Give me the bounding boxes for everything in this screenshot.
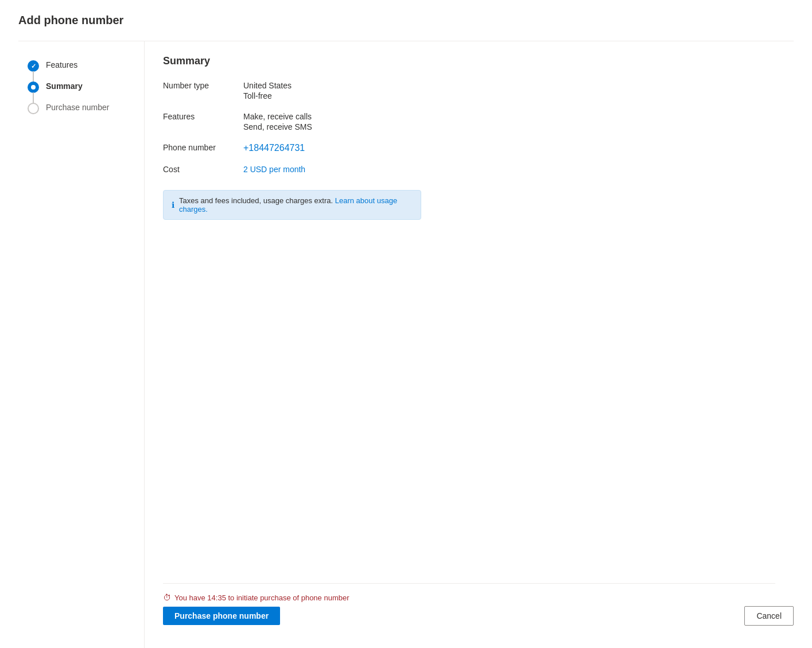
number-type-country: United States [243, 81, 292, 90]
cost-value: 2 USD per month [243, 165, 305, 174]
number-type-row: Number type United States Toll-free [163, 81, 507, 100]
purchase-phone-number-button[interactable]: Purchase phone number [163, 607, 280, 625]
step-purchase-circle [28, 103, 39, 114]
features-line1: Make, receive calls [243, 112, 312, 121]
step-features: Features [28, 55, 135, 76]
cost-row: Cost 2 USD per month [163, 165, 507, 174]
footer-row: ⏱ You have 14:35 to initiate purchase of… [163, 593, 775, 602]
footer-buttons: Purchase phone number Cancel [163, 602, 775, 625]
number-type-value: United States Toll-free [243, 81, 292, 100]
phone-number-row: Phone number +18447264731 [163, 143, 507, 153]
features-value: Make, receive calls Send, receive SMS [243, 112, 312, 131]
info-box: ℹ Taxes and fees included, usage charges… [163, 190, 421, 220]
step-purchase: Purchase number [28, 98, 135, 119]
steps-sidebar: Features Summary Purchase number [18, 41, 145, 648]
timer-text: You have 14:35 to initiate purchase of p… [174, 593, 349, 602]
step-summary: Summary [28, 76, 135, 98]
number-type-plan: Toll-free [243, 91, 292, 100]
phone-number-value: +18447264731 [243, 143, 305, 153]
cancel-button[interactable]: Cancel [744, 606, 794, 626]
step-summary-circle [28, 82, 39, 93]
summary-table: Number type United States Toll-free Feat… [163, 81, 507, 185]
content-area: Summary Number type United States Toll-f… [145, 41, 794, 648]
phone-number-label: Phone number [163, 143, 243, 152]
features-label: Features [163, 112, 243, 121]
step-purchase-label: Purchase number [46, 102, 110, 112]
features-row: Features Make, receive calls Send, recei… [163, 112, 507, 131]
step-summary-label: Summary [46, 81, 83, 91]
summary-title: Summary [163, 55, 775, 67]
info-icon: ℹ [172, 200, 174, 209]
footer: ⏱ You have 14:35 to initiate purchase of… [163, 583, 775, 634]
info-text: Taxes and fees included, usage charges e… [179, 196, 413, 214]
timer-notice: ⏱ You have 14:35 to initiate purchase of… [163, 593, 349, 602]
timer-icon: ⏱ [163, 593, 171, 602]
number-type-label: Number type [163, 81, 243, 90]
step-features-circle [28, 60, 39, 72]
features-line2: Send, receive SMS [243, 122, 312, 131]
step-features-label: Features [46, 60, 77, 69]
cost-label: Cost [163, 165, 243, 174]
page-title: Add phone number [18, 14, 794, 27]
